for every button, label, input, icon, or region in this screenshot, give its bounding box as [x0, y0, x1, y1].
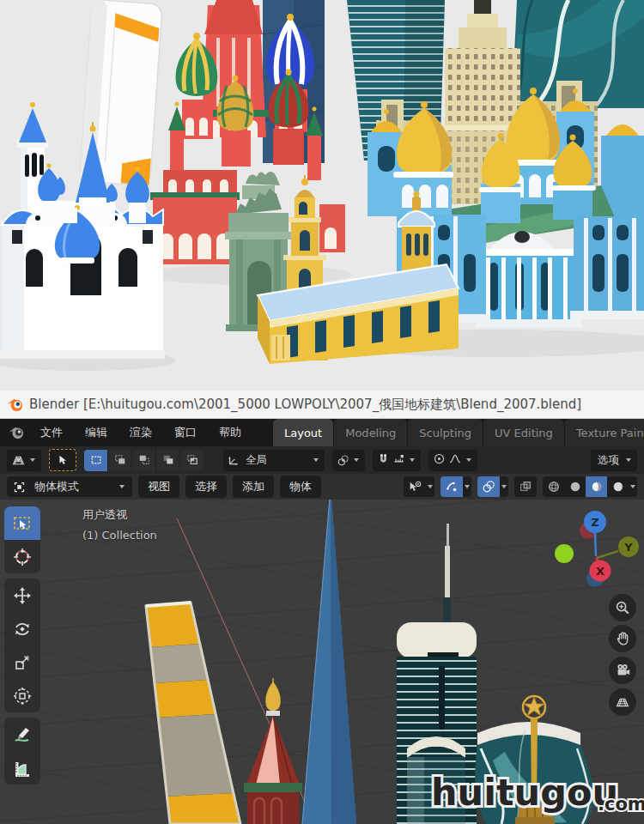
select-mode-extend[interactable]	[108, 450, 132, 471]
tool-transform[interactable]	[4, 679, 40, 712]
move-icon	[12, 585, 33, 606]
mode-dropdown[interactable]: 物体模式	[7, 476, 132, 497]
measure-icon	[12, 758, 33, 779]
menu-bar: 文件 编辑 渲染 窗口 帮助 Layout Modeling Sculpting…	[0, 419, 644, 446]
chevron-down-icon	[501, 485, 507, 488]
editor-type-icon	[11, 453, 26, 468]
chevron-down-icon	[626, 458, 631, 462]
menu-file[interactable]: 文件	[29, 419, 74, 446]
tab-sculpting[interactable]: Sculpting	[408, 419, 483, 446]
gizmos-toggle-group	[440, 476, 471, 497]
gizmos-toggle[interactable]	[440, 476, 463, 497]
overlays-toggle[interactable]	[477, 476, 500, 497]
transform-icon	[12, 686, 33, 706]
chevron-down-icon	[119, 485, 125, 488]
svg-text:Y: Y	[623, 541, 633, 554]
orientation-label: 全局	[243, 453, 270, 468]
snap-target-icon[interactable]	[392, 452, 405, 469]
watermark: huitugou .com	[428, 766, 644, 822]
shading-solid[interactable]	[564, 476, 586, 497]
proportional-icon[interactable]	[433, 452, 446, 469]
axis-front-ball[interactable]	[555, 544, 574, 563]
options-dropdown[interactable]: 选项	[591, 450, 637, 471]
editor-type-dropdown[interactable]	[7, 450, 41, 471]
blender-logo-icon[interactable]	[0, 419, 29, 446]
chevron-down-icon	[30, 458, 35, 462]
shading-rendered[interactable]	[607, 476, 629, 497]
navigation-gizmo[interactable]: Z Y X	[553, 505, 642, 594]
tab-layout[interactable]: Layout	[273, 419, 334, 446]
proportional-edit-group	[428, 450, 477, 471]
ortho-toggle-button[interactable]	[609, 688, 636, 716]
menu-view[interactable]: 视图	[138, 476, 179, 498]
shading-mode-group	[543, 476, 637, 497]
object-mode-icon	[13, 481, 26, 494]
viewport-3d[interactable]: 用户透视 (1) Collection	[0, 500, 644, 824]
chevron-down-icon	[465, 485, 470, 488]
menu-edit[interactable]: 编辑	[74, 419, 118, 446]
render-preview-image	[0, 0, 644, 391]
tool-measure[interactable]	[4, 751, 40, 785]
xray-toggle[interactable]	[514, 476, 537, 497]
tab-modeling[interactable]: Modeling	[334, 419, 408, 446]
red-spire-object[interactable]	[244, 678, 302, 824]
tab-texture-paint[interactable]: Texture Paint	[565, 419, 644, 446]
axis-z-ball[interactable]: Z	[584, 511, 606, 533]
blue-pyramid-object[interactable]	[302, 500, 356, 824]
active-tool-button[interactable]	[49, 449, 76, 471]
watermark-tld: .com	[598, 794, 644, 815]
menu-add[interactable]: 添加	[233, 476, 274, 498]
tilted-tower-object[interactable]	[146, 603, 240, 824]
svg-text:X: X	[596, 565, 605, 578]
tool-move[interactable]	[4, 579, 40, 612]
annotate-icon	[12, 724, 33, 745]
view-perspective-label: 用户透视	[82, 507, 127, 523]
camera-view-icon	[614, 662, 631, 679]
rotate-icon	[12, 619, 33, 639]
pivot-icon	[337, 454, 349, 467]
transform-orientation-dropdown[interactable]: 全局	[223, 450, 325, 471]
tool-scale[interactable]	[4, 645, 40, 679]
pivot-point-dropdown[interactable]	[332, 450, 365, 471]
tab-uv-editing[interactable]: UV Editing	[483, 419, 565, 446]
camera-view-button[interactable]	[609, 657, 636, 684]
blender-logo-orange	[7, 397, 23, 413]
visibility-dropdown[interactable]	[404, 476, 434, 497]
axis-x-ball[interactable]: X	[590, 560, 611, 582]
falloff-icon[interactable]	[448, 452, 462, 469]
select-box-icon	[56, 453, 70, 467]
window-title: Blender [E:\huitugou.com\2001_5000 LOWPO…	[29, 397, 581, 413]
mode-label: 物体模式	[32, 479, 82, 494]
cursor-3d-icon	[12, 547, 33, 567]
orientation-globe-icon	[228, 454, 240, 467]
axis-y-ball[interactable]: Y	[618, 536, 639, 557]
pan-button[interactable]	[609, 625, 636, 652]
workspace-tabs: Layout Modeling Sculpting UV Editing Tex…	[273, 419, 644, 446]
chevron-down-icon	[410, 458, 415, 462]
select-mode-invert[interactable]	[156, 450, 180, 471]
landmarks-illustration	[0, 0, 644, 391]
zoom-button[interactable]	[609, 594, 636, 621]
menu-object[interactable]: 物体	[280, 476, 321, 498]
select-mode-intersect[interactable]	[180, 450, 204, 471]
zoom-icon	[614, 599, 631, 616]
chevron-down-icon	[428, 485, 433, 488]
tool-select-box[interactable]	[4, 506, 40, 540]
select-mode-set[interactable]	[84, 450, 108, 471]
tool-cursor[interactable]	[4, 540, 40, 573]
shading-material-preview[interactable]	[586, 476, 607, 497]
select-mode-group	[84, 450, 204, 471]
tool-annotate[interactable]	[4, 718, 40, 751]
chevron-down-icon	[466, 458, 471, 462]
menu-help[interactable]: 帮助	[208, 419, 252, 446]
menu-select[interactable]: 选择	[185, 476, 227, 498]
select-mode-subtract[interactable]	[132, 450, 156, 471]
menu-render[interactable]: 渲染	[118, 419, 163, 446]
chevron-down-icon	[313, 458, 319, 462]
tool-rotate[interactable]	[4, 612, 40, 645]
magnet-icon[interactable]	[377, 452, 390, 469]
menu-window[interactable]: 窗口	[163, 419, 208, 446]
shading-wireframe[interactable]	[543, 476, 564, 497]
scale-icon	[12, 652, 33, 673]
xray-icon	[519, 480, 532, 494]
